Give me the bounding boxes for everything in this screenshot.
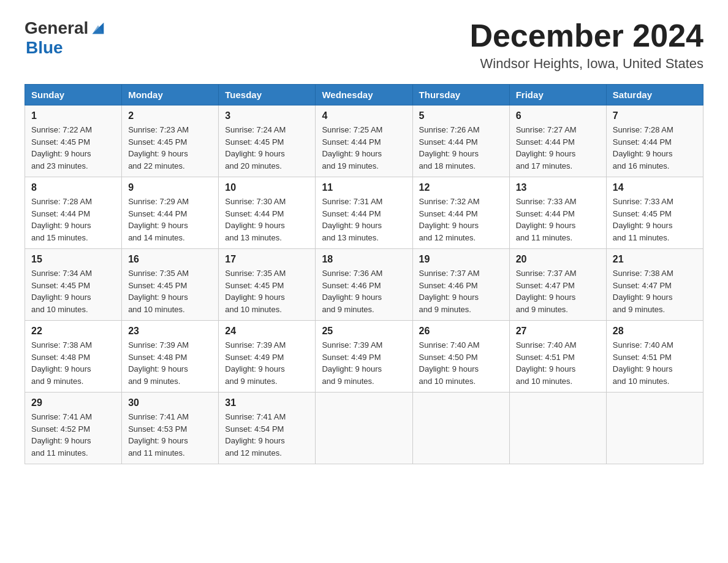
table-row: 17Sunrise: 7:35 AMSunset: 4:45 PMDayligh…	[219, 249, 316, 321]
table-row: 24Sunrise: 7:39 AMSunset: 4:49 PMDayligh…	[219, 321, 316, 393]
day-info: Sunrise: 7:38 AMSunset: 4:48 PMDaylight:…	[31, 339, 115, 387]
day-number: 23	[128, 326, 212, 337]
day-info: Sunrise: 7:40 AMSunset: 4:51 PMDaylight:…	[516, 339, 600, 387]
col-friday: Friday	[509, 85, 606, 105]
table-row: 3Sunrise: 7:24 AMSunset: 4:45 PMDaylight…	[219, 105, 316, 177]
logo-general-text: General	[25, 18, 88, 38]
location-title: Windsor Heights, Iowa, United States	[469, 56, 703, 72]
day-number: 19	[419, 254, 503, 265]
day-info: Sunrise: 7:22 AMSunset: 4:45 PMDaylight:…	[31, 124, 115, 172]
day-info: Sunrise: 7:39 AMSunset: 4:49 PMDaylight:…	[225, 339, 309, 387]
table-row: 11Sunrise: 7:31 AMSunset: 4:44 PMDayligh…	[316, 177, 412, 249]
day-number: 31	[225, 397, 309, 408]
day-info: Sunrise: 7:40 AMSunset: 4:51 PMDaylight:…	[613, 339, 697, 387]
day-number: 1	[31, 110, 115, 121]
table-row	[509, 393, 606, 464]
logo-icon	[89, 20, 107, 37]
table-row	[316, 393, 412, 464]
day-number: 16	[128, 254, 212, 265]
day-number: 17	[225, 254, 309, 265]
table-row: 18Sunrise: 7:36 AMSunset: 4:46 PMDayligh…	[316, 249, 412, 321]
table-row	[412, 393, 509, 464]
title-area: December 2024 Windsor Heights, Iowa, Uni…	[469, 18, 703, 72]
day-number: 15	[31, 254, 115, 265]
day-info: Sunrise: 7:33 AMSunset: 4:44 PMDaylight:…	[516, 196, 600, 243]
day-info: Sunrise: 7:28 AMSunset: 4:44 PMDaylight:…	[31, 196, 115, 243]
day-info: Sunrise: 7:39 AMSunset: 4:49 PMDaylight:…	[322, 339, 406, 387]
table-row: 2Sunrise: 7:23 AMSunset: 4:45 PMDaylight…	[122, 105, 219, 177]
day-info: Sunrise: 7:39 AMSunset: 4:48 PMDaylight:…	[128, 339, 212, 387]
day-number: 8	[31, 182, 115, 193]
day-info: Sunrise: 7:33 AMSunset: 4:45 PMDaylight:…	[613, 196, 697, 243]
table-row: 4Sunrise: 7:25 AMSunset: 4:44 PMDaylight…	[316, 105, 412, 177]
day-info: Sunrise: 7:38 AMSunset: 4:47 PMDaylight:…	[613, 267, 697, 315]
table-row: 25Sunrise: 7:39 AMSunset: 4:49 PMDayligh…	[316, 321, 412, 393]
day-info: Sunrise: 7:36 AMSunset: 4:46 PMDaylight:…	[322, 267, 406, 315]
day-number: 6	[516, 110, 600, 121]
table-row: 12Sunrise: 7:32 AMSunset: 4:44 PMDayligh…	[412, 177, 509, 249]
calendar-week-row: 8Sunrise: 7:28 AMSunset: 4:44 PMDaylight…	[25, 177, 703, 249]
day-info: Sunrise: 7:23 AMSunset: 4:45 PMDaylight:…	[128, 124, 212, 172]
day-number: 14	[613, 182, 697, 193]
col-sunday: Sunday	[25, 85, 122, 105]
day-number: 24	[225, 326, 309, 337]
table-row: 26Sunrise: 7:40 AMSunset: 4:50 PMDayligh…	[412, 321, 509, 393]
col-thursday: Thursday	[412, 85, 509, 105]
table-row: 23Sunrise: 7:39 AMSunset: 4:48 PMDayligh…	[122, 321, 219, 393]
logo: General Blue	[25, 18, 107, 58]
day-info: Sunrise: 7:34 AMSunset: 4:45 PMDaylight:…	[31, 267, 115, 315]
day-info: Sunrise: 7:35 AMSunset: 4:45 PMDaylight:…	[128, 267, 212, 315]
day-number: 12	[419, 182, 503, 193]
day-info: Sunrise: 7:29 AMSunset: 4:44 PMDaylight:…	[128, 196, 212, 243]
day-number: 18	[322, 254, 406, 265]
day-number: 26	[419, 326, 503, 337]
day-number: 29	[31, 397, 115, 408]
col-wednesday: Wednesday	[316, 85, 412, 105]
table-row: 21Sunrise: 7:38 AMSunset: 4:47 PMDayligh…	[606, 249, 703, 321]
table-row: 13Sunrise: 7:33 AMSunset: 4:44 PMDayligh…	[509, 177, 606, 249]
col-monday: Monday	[122, 85, 219, 105]
day-number: 7	[613, 110, 697, 121]
calendar-week-row: 22Sunrise: 7:38 AMSunset: 4:48 PMDayligh…	[25, 321, 703, 393]
day-info: Sunrise: 7:27 AMSunset: 4:44 PMDaylight:…	[516, 124, 600, 172]
month-title: December 2024	[469, 18, 703, 53]
table-row: 1Sunrise: 7:22 AMSunset: 4:45 PMDaylight…	[25, 105, 122, 177]
table-row: 6Sunrise: 7:27 AMSunset: 4:44 PMDaylight…	[509, 105, 606, 177]
calendar-table: Sunday Monday Tuesday Wednesday Thursday…	[25, 84, 703, 464]
day-number: 30	[128, 397, 212, 408]
calendar-week-row: 15Sunrise: 7:34 AMSunset: 4:45 PMDayligh…	[25, 249, 703, 321]
day-info: Sunrise: 7:35 AMSunset: 4:45 PMDaylight:…	[225, 267, 309, 315]
table-row: 8Sunrise: 7:28 AMSunset: 4:44 PMDaylight…	[25, 177, 122, 249]
day-info: Sunrise: 7:37 AMSunset: 4:47 PMDaylight:…	[516, 267, 600, 315]
day-number: 2	[128, 110, 212, 121]
table-row: 16Sunrise: 7:35 AMSunset: 4:45 PMDayligh…	[122, 249, 219, 321]
day-info: Sunrise: 7:37 AMSunset: 4:46 PMDaylight:…	[419, 267, 503, 315]
day-info: Sunrise: 7:41 AMSunset: 4:54 PMDaylight:…	[225, 411, 309, 459]
day-info: Sunrise: 7:24 AMSunset: 4:45 PMDaylight:…	[225, 124, 309, 172]
day-number: 28	[613, 326, 697, 337]
table-row: 27Sunrise: 7:40 AMSunset: 4:51 PMDayligh…	[509, 321, 606, 393]
day-number: 4	[322, 110, 406, 121]
table-row: 31Sunrise: 7:41 AMSunset: 4:54 PMDayligh…	[219, 393, 316, 464]
day-number: 11	[322, 182, 406, 193]
table-row: 14Sunrise: 7:33 AMSunset: 4:45 PMDayligh…	[606, 177, 703, 249]
col-tuesday: Tuesday	[219, 85, 316, 105]
calendar-week-row: 29Sunrise: 7:41 AMSunset: 4:52 PMDayligh…	[25, 393, 703, 464]
day-number: 13	[516, 182, 600, 193]
day-number: 20	[516, 254, 600, 265]
day-number: 9	[128, 182, 212, 193]
day-info: Sunrise: 7:28 AMSunset: 4:44 PMDaylight:…	[613, 124, 697, 172]
table-row: 22Sunrise: 7:38 AMSunset: 4:48 PMDayligh…	[25, 321, 122, 393]
day-number: 10	[225, 182, 309, 193]
table-row: 5Sunrise: 7:26 AMSunset: 4:44 PMDaylight…	[412, 105, 509, 177]
day-info: Sunrise: 7:41 AMSunset: 4:52 PMDaylight:…	[31, 411, 115, 459]
day-info: Sunrise: 7:31 AMSunset: 4:44 PMDaylight:…	[322, 196, 406, 243]
day-info: Sunrise: 7:41 AMSunset: 4:53 PMDaylight:…	[128, 411, 212, 459]
table-row: 15Sunrise: 7:34 AMSunset: 4:45 PMDayligh…	[25, 249, 122, 321]
table-row: 10Sunrise: 7:30 AMSunset: 4:44 PMDayligh…	[219, 177, 316, 249]
day-info: Sunrise: 7:32 AMSunset: 4:44 PMDaylight:…	[419, 196, 503, 243]
day-number: 22	[31, 326, 115, 337]
table-row: 28Sunrise: 7:40 AMSunset: 4:51 PMDayligh…	[606, 321, 703, 393]
col-saturday: Saturday	[606, 85, 703, 105]
day-number: 27	[516, 326, 600, 337]
